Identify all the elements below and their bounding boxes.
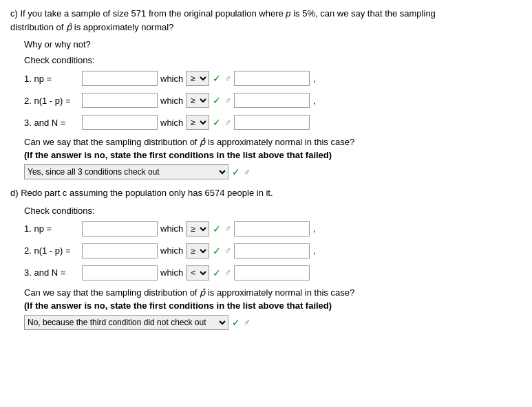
- condition-row-c2: 2. n(1 - p) = which ≥ ≤ < > = ✓ ♂ ,: [24, 93, 522, 108]
- condition-c3-input2[interactable]: [234, 115, 310, 130]
- condition-c3-reset[interactable]: ♂: [224, 118, 231, 128]
- bold-note-d: (If the answer is no, state the first co…: [24, 300, 522, 311]
- answer-row-c: Yes, since all 3 conditions check out No…: [24, 164, 522, 179]
- condition-d2-reset[interactable]: ♂: [224, 245, 231, 256]
- answer-d-reset[interactable]: ♂: [244, 317, 251, 327]
- condition-d1-comma: ,: [313, 223, 316, 234]
- condition-d3-check: ✓: [213, 267, 221, 278]
- section-c-header: c) If you take a sample of size 571 from…: [10, 7, 522, 34]
- condition-d3-input1[interactable]: [82, 265, 158, 280]
- condition-d1-check: ✓: [213, 223, 221, 234]
- condition-d3-label: 3. and N =: [24, 267, 79, 278]
- bold-note-c: (If the answer is no, state the first co…: [24, 150, 522, 160]
- condition-c3-which: which: [160, 118, 183, 128]
- condition-c2-label: 2. n(1 - p) =: [24, 96, 79, 106]
- answer-c-reset[interactable]: ♂: [244, 167, 251, 177]
- normal-question-c: Can we say that the sampling distributio…: [24, 137, 522, 147]
- condition-c2-select[interactable]: ≥ ≤ < > =: [186, 93, 209, 108]
- section-d: d) Redo part c assuming the population o…: [10, 186, 522, 330]
- condition-c1-which: which: [160, 74, 183, 84]
- condition-d1-label: 1. np =: [24, 223, 79, 234]
- condition-d3-select[interactable]: < ≥ ≤ > =: [186, 265, 209, 280]
- answer-c-check: ✓: [232, 166, 240, 177]
- condition-d3-input2[interactable]: [234, 265, 310, 280]
- why-label: Why or why not?: [24, 39, 522, 50]
- check-conditions-label-c: Check conditions:: [24, 55, 522, 65]
- condition-d2-input2[interactable]: [234, 243, 310, 258]
- condition-c1-label: 1. np =: [24, 74, 79, 84]
- condition-d2-select[interactable]: ≥ ≤ < > =: [186, 243, 209, 258]
- condition-c3-select[interactable]: ≥ ≤ < > =: [186, 115, 209, 130]
- condition-d3-which: which: [160, 267, 183, 278]
- condition-d2-input1[interactable]: [82, 243, 158, 258]
- condition-d2-check: ✓: [213, 245, 221, 256]
- condition-c2-which: which: [160, 96, 183, 106]
- condition-c1-check: ✓: [213, 73, 221, 84]
- check-conditions-label-d: Check conditions:: [24, 206, 522, 216]
- section-c: c) If you take a sample of size 571 from…: [10, 7, 522, 179]
- condition-c3-input1[interactable]: [82, 115, 158, 130]
- condition-c2-comma: ,: [313, 96, 316, 106]
- condition-d2-label: 2. n(1 - p) =: [24, 245, 79, 256]
- condition-c1-input1[interactable]: [82, 71, 158, 86]
- condition-c3-label: 3. and N =: [24, 118, 79, 128]
- answer-select-d[interactable]: No, because the third condition did not …: [24, 315, 228, 330]
- condition-d1-select[interactable]: ≥ ≤ < > =: [186, 221, 209, 236]
- condition-c1-input2[interactable]: [234, 71, 310, 86]
- answer-d-check: ✓: [232, 317, 240, 328]
- condition-c2-input2[interactable]: [234, 93, 310, 108]
- section-d-header: d) Redo part c assuming the population o…: [10, 186, 522, 200]
- condition-row-c3: 3. and N = which ≥ ≤ < > = ✓ ♂: [24, 115, 522, 130]
- condition-c1-comma: ,: [313, 74, 316, 84]
- condition-d1-input2[interactable]: [234, 221, 310, 236]
- condition-c3-check: ✓: [213, 117, 221, 128]
- condition-row-d1: 1. np = which ≥ ≤ < > = ✓ ♂ ,: [24, 221, 522, 236]
- condition-c2-reset[interactable]: ♂: [224, 96, 231, 106]
- condition-c2-input1[interactable]: [82, 93, 158, 108]
- answer-row-d: No, because the third condition did not …: [24, 315, 522, 330]
- condition-row-d3: 3. and N = which < ≥ ≤ > = ✓ ♂: [24, 265, 522, 280]
- condition-d2-comma: ,: [313, 245, 316, 256]
- condition-row-c1: 1. np = which ≥ ≤ < > = ✓ ♂ ,: [24, 71, 522, 86]
- condition-d1-input1[interactable]: [82, 221, 158, 236]
- condition-d1-reset[interactable]: ♂: [224, 223, 231, 234]
- condition-d1-which: which: [160, 223, 183, 234]
- condition-row-d2: 2. n(1 - p) = which ≥ ≤ < > = ✓ ♂ ,: [24, 243, 522, 258]
- condition-c2-check: ✓: [213, 95, 221, 106]
- condition-d3-reset[interactable]: ♂: [224, 267, 231, 278]
- answer-select-c[interactable]: Yes, since all 3 conditions check out No…: [24, 164, 228, 179]
- condition-c1-reset[interactable]: ♂: [224, 74, 231, 84]
- normal-question-d: Can we say that the sampling distributio…: [24, 287, 522, 298]
- condition-d2-which: which: [160, 245, 183, 256]
- condition-c1-select[interactable]: ≥ ≤ < > =: [186, 71, 209, 86]
